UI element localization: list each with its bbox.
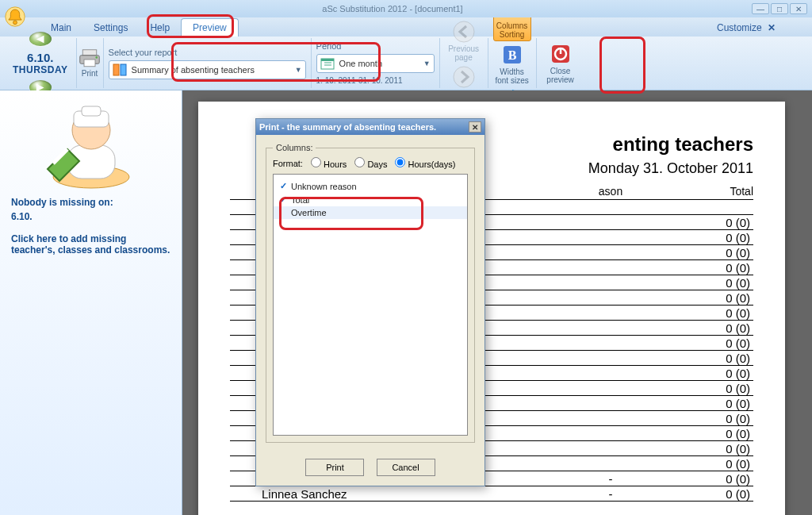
print-columns-dialog: Print - the summary of absenting teacher…	[255, 118, 485, 486]
dialog-titlebar[interactable]: Print - the summary of absenting teacher…	[256, 119, 485, 135]
menu-bar: Main Settings Help Preview Customize ✕	[0, 17, 812, 37]
widths-icon: B	[500, 43, 524, 67]
table-row: Linnea Sanchez-0 (0)	[230, 486, 753, 502]
arrow-left-icon	[452, 20, 476, 44]
col-reason-header: ason	[555, 185, 666, 198]
radio-hoursdays[interactable]: Hours(days)	[395, 157, 455, 169]
power-icon	[549, 42, 573, 66]
ribbon: ◄ 6.10. THURSDAY ► Print Select your rep…	[0, 37, 812, 90]
app-icon	[5, 6, 25, 27]
period-group-label: Period	[316, 41, 435, 51]
close-preview-button[interactable]: Closepreview	[542, 40, 580, 86]
dialog-close-button[interactable]: ✕	[469, 121, 481, 133]
printer-icon[interactable]	[79, 48, 101, 67]
chevron-down-icon: ▼	[295, 66, 302, 74]
prev-day-button[interactable]: ◄	[29, 32, 52, 46]
columns-list[interactable]: ✓Unknown reason✓TotalOvertime	[273, 174, 468, 436]
print-button[interactable]: Print	[305, 459, 364, 476]
cancel-button[interactable]: Cancel	[377, 459, 435, 476]
customize-link[interactable]: Customize ✕	[712, 19, 780, 37]
arrow-right-icon	[452, 65, 476, 89]
left-status-line2: 6.10.	[11, 211, 170, 222]
svg-point-1	[13, 21, 17, 25]
svg-rect-7	[121, 64, 126, 75]
widths-font-sizes-button[interactable]: B Widthsfont sizes	[493, 41, 531, 86]
svg-rect-2	[82, 50, 97, 56]
maximize-button[interactable]: □	[771, 3, 788, 14]
radio-days[interactable]: Days	[354, 157, 387, 169]
column-option[interactable]: ✓Total	[274, 193, 467, 206]
left-panel[interactable]: Nobody is missing on: 6.10. Click here t…	[0, 90, 182, 515]
window-title: aSc Substitution 2012 - [document1]	[33, 4, 752, 13]
left-status-line1: Nobody is missing on:	[11, 197, 170, 208]
svg-point-12	[454, 21, 474, 42]
svg-rect-9	[321, 59, 334, 61]
period-range: 1. 10. 2011-31. 10. 2011	[316, 76, 435, 85]
menu-preview[interactable]: Preview	[181, 18, 239, 37]
svg-text:B: B	[508, 48, 516, 62]
close-window-button[interactable]: ✕	[790, 3, 807, 14]
svg-rect-4	[84, 60, 95, 67]
customize-close-icon[interactable]: ✕	[768, 22, 776, 33]
minimize-button[interactable]: —	[752, 3, 769, 14]
report-combo[interactable]: Summary of absenting teachers ▼	[109, 60, 306, 79]
svg-point-13	[454, 67, 474, 87]
report-group-label: Select your report	[109, 48, 306, 57]
report-icon	[113, 63, 127, 77]
date-display: 6.10. THURSDAY	[13, 51, 68, 75]
columns-legend: Columns:	[273, 143, 316, 152]
menu-settings[interactable]: Settings	[82, 19, 139, 37]
radio-hours[interactable]: Hours	[311, 157, 347, 169]
period-combo[interactable]: One month ▼	[316, 54, 435, 73]
col-total-header: Total	[666, 185, 753, 198]
left-action-text: Click here to add missing teacher's, cla…	[11, 233, 170, 256]
format-label: Format:	[273, 159, 303, 168]
svg-point-5	[96, 56, 98, 59]
svg-rect-27	[82, 106, 101, 116]
teacher-avatar-icon	[44, 102, 139, 189]
prev-page-button[interactable]: Previouspage	[445, 18, 483, 63]
titlebar: aSc Substitution 2012 - [document1] — □ …	[0, 0, 812, 17]
column-option[interactable]: ✓Unknown reason	[274, 179, 467, 193]
calendar-icon	[320, 56, 335, 71]
print-label: Print	[82, 69, 98, 78]
menu-help[interactable]: Help	[139, 19, 181, 37]
svg-rect-6	[113, 64, 119, 75]
column-option[interactable]: Overtime	[274, 206, 467, 219]
chevron-down-icon: ▼	[423, 60, 431, 67]
